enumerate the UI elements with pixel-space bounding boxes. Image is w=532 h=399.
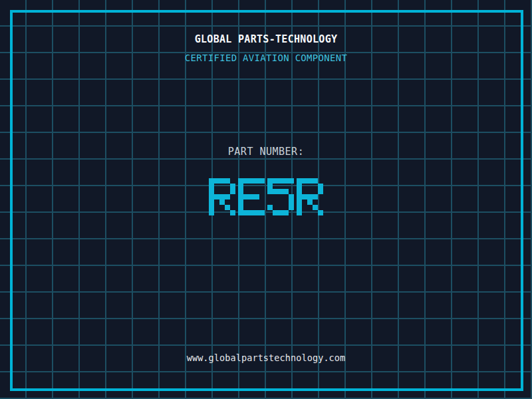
certification-subtitle: CERTIFIED AVIATION COMPONENT [0,53,532,63]
part-number-glyph [209,178,235,215]
brand-title: GLOBAL PARTS-TECHNOLOGY [0,33,532,45]
certificate-page: GLOBAL PARTS-TECHNOLOGY CERTIFIED AVIATI… [0,0,532,399]
part-number-glyph [238,178,265,215]
part-number-glyph [267,178,294,215]
website-url: www.globalpartstechnology.com [0,352,532,363]
part-number-display [0,178,532,215]
part-number-glyph [297,178,323,215]
part-number-label: PART NUMBER: [0,146,532,158]
